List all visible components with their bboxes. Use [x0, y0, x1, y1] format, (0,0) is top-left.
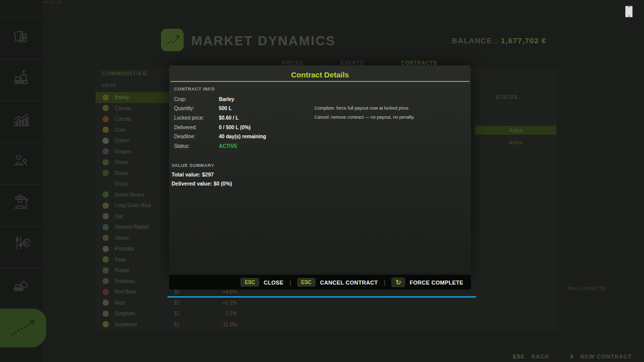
commodity-icon: [103, 224, 109, 230]
total-value: Total value: $297: [172, 171, 214, 177]
field-value: 0 / 500 L (0%): [219, 125, 251, 130]
documents-icon: [12, 28, 30, 48]
commodity-price: $1: [174, 311, 202, 316]
commodity-icon: [103, 148, 109, 154]
field-label: Deadline:: [174, 134, 219, 139]
bottom-action-bar: ESC BACK X NEW CONTRACT: [513, 353, 632, 359]
new-contract-key-badge[interactable]: X: [570, 354, 574, 359]
commodity-icon: [103, 278, 109, 284]
status-badge: ACTIVE: [219, 143, 237, 149]
commodity-name: Poplar: [115, 267, 174, 273]
field-value: Barley: [219, 97, 234, 102]
footer-divider: |: [384, 279, 385, 286]
commodity-price: $0: [174, 289, 202, 295]
sidebar-divider: [0, 184, 43, 185]
commodity-row[interactable]: Soybeans $1 -11.0%: [96, 319, 243, 330]
close-button[interactable]: ESC CLOSE: [240, 278, 283, 287]
contract-details-modal: Contract Details CONTRACT INFO Crop: Bar…: [169, 65, 471, 274]
modal-footer: ESC CLOSE | ESC CANCEL CONTRACT | ↻ FORC…: [169, 275, 471, 290]
commodity-icon: [103, 95, 109, 101]
market-dynamics-icon: [8, 315, 38, 342]
commodity-price: $2: [174, 300, 202, 306]
commodity-name: Corn: [115, 127, 174, 133]
settings-icon: [12, 234, 30, 254]
page-title: MARKET DYNAMICS: [191, 33, 336, 49]
commodity-name: Grass: [115, 170, 174, 176]
sidebar-divider: [0, 267, 43, 268]
commodity-name: Grapes: [115, 149, 174, 154]
field-value: 40 day(s) remaining: [219, 134, 266, 139]
sidebar-divider: [0, 59, 43, 59]
close-button-label: CLOSE: [264, 280, 283, 286]
commodity-icon: [103, 300, 109, 306]
commodity-name: Olives: [115, 235, 174, 241]
commodity-name: Red Beet: [115, 289, 174, 295]
force-complete-button-label: FORCE COMPLETE: [410, 280, 463, 286]
new-contract-button[interactable]: NEW CONTRACT: [581, 353, 632, 359]
field-status: Status: ACTIVE: [174, 141, 325, 151]
commodity-icon: [103, 127, 109, 133]
sidebar-item-production[interactable]: [11, 69, 31, 89]
field-value: $0.60 / L: [219, 115, 238, 121]
commodity-price: $1: [174, 322, 202, 327]
field-label: Delivered:: [174, 125, 219, 130]
sidebar-item-farmer[interactable]: [11, 194, 31, 214]
commodity-icon: [103, 105, 109, 111]
help-complete: Complete: force full payout now at locke…: [314, 106, 465, 111]
modal-title-divider: [171, 81, 469, 82]
sidebar-divider: [0, 101, 43, 101]
commodity-name: Canola: [115, 106, 174, 111]
sidebar-item-settings[interactable]: [11, 234, 31, 254]
commodity-row[interactable]: Rice $2 +2.2%: [96, 298, 243, 309]
commodity-icon: [103, 235, 109, 241]
commodity-name: Green Beans: [115, 192, 174, 198]
sidebar-item-statistics[interactable]: [11, 111, 31, 131]
field-label: Quantity:: [174, 106, 219, 111]
new-contract-hint[interactable]: New Contract [N]: [568, 286, 606, 291]
back-key-badge[interactable]: ESC: [513, 354, 525, 359]
statistics-icon: [12, 111, 30, 131]
modal-title: Contract Details: [169, 70, 471, 79]
farmer-icon: [12, 193, 31, 214]
sidebar-item-documents[interactable]: [11, 28, 31, 48]
status-column-header: STATUS: [496, 95, 518, 100]
commodity-icon: [103, 267, 109, 274]
contract-info-fields: Crop: Barley Quantity: 500 L Locked pric…: [174, 95, 325, 151]
commodities-title: COMMODITIES: [102, 70, 147, 76]
commodity-change: +4.6%: [202, 289, 237, 295]
value-summary-section-label: VALUE SUMMARY: [172, 163, 214, 168]
sidebar-divider: [0, 142, 43, 143]
commodity-name: Grass: [115, 159, 174, 165]
commodity-name: Peas: [115, 257, 174, 262]
sidebar-item-staff[interactable]: [11, 151, 31, 171]
contract-row-selected[interactable]: Active: [475, 126, 556, 135]
commodity-change: +2.2%: [202, 300, 237, 306]
commodity-icon: [103, 203, 109, 209]
sidebar-divider: [0, 226, 43, 226]
cancel-contract-button[interactable]: ESC CANCEL CONTRACT: [297, 278, 378, 287]
commodity-row[interactable]: Sorghum $1 -2.1%: [96, 308, 243, 319]
commodity-icon: [103, 246, 109, 252]
commodity-name: Potatoes: [115, 279, 174, 284]
back-button[interactable]: BACK: [531, 353, 549, 359]
commodity-name: Parsnips: [115, 246, 174, 251]
field-label: Status:: [174, 143, 219, 149]
sidebar-item-market-dynamics[interactable]: [0, 309, 46, 347]
sidebar-item-construction[interactable]: [11, 276, 31, 296]
commodity-icon: [103, 311, 109, 317]
force-complete-button[interactable]: ↻ FORCE COMPLETE: [391, 278, 463, 287]
contract-row[interactable]: Active: [475, 138, 556, 147]
footer-divider: |: [289, 279, 291, 286]
production-icon: [12, 69, 30, 89]
field-quantity: Quantity: 500 L: [174, 104, 325, 114]
commodity-name: Rice: [115, 300, 174, 306]
commodity-name: Long Grain Rice: [115, 203, 174, 208]
esc-key-badge: ESC: [240, 278, 259, 287]
field-label: Locked price:: [174, 115, 219, 121]
field-locked-price: Locked price: $0.60 / L: [174, 113, 325, 123]
field-crop: Crop: Barley: [174, 95, 325, 104]
balance-label: BALANCE :: [452, 36, 498, 45]
delivered-value: Delivered value: $0 (0%): [172, 180, 232, 187]
market-dynamics-logo: [161, 29, 184, 51]
field-label: Crop:: [174, 97, 219, 102]
